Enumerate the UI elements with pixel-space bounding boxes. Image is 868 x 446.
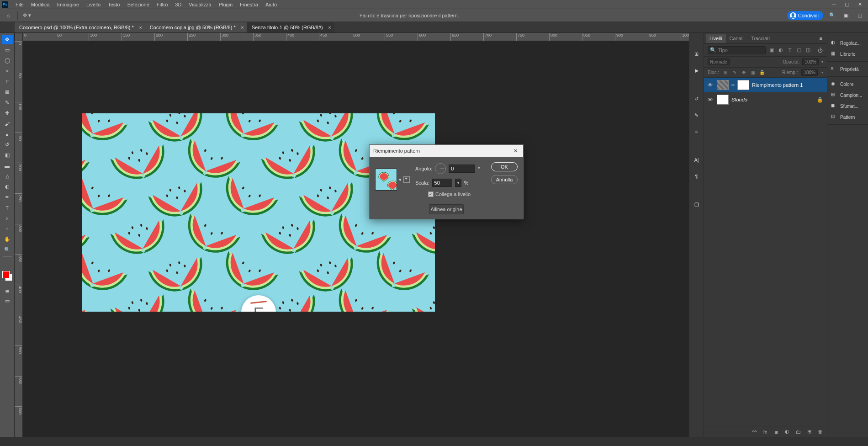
share-button[interactable]: 👤 Condividi (787, 11, 823, 20)
dodge-tool[interactable]: ◐ (2, 182, 13, 191)
tab-close-icon[interactable]: × (241, 25, 243, 30)
lock-all-icon[interactable]: 🔒 (759, 70, 765, 75)
cancel-button[interactable]: Annulla (491, 175, 518, 184)
lock-artboard-icon[interactable]: ▦ (750, 70, 756, 75)
dialog-close-button[interactable]: ✕ (511, 147, 519, 155)
filter-adjust-icon[interactable]: ◐ (778, 47, 784, 53)
collapsed-panel-propriet[interactable]: ≡Proprietà (827, 64, 868, 74)
new-layer-icon[interactable]: ⊞ (806, 429, 812, 435)
lock-paint-icon[interactable]: ✎ (732, 70, 737, 75)
eraser-tool[interactable]: ◧ (2, 150, 13, 160)
layer-row[interactable]: 👁⚯Riempimento pattern 1 (704, 78, 827, 92)
document-tab[interactable]: Cocomero copia.jpg @ 50% (RGB/8) *× (145, 22, 247, 32)
crop-tool[interactable]: ⌗ (2, 77, 13, 86)
menu-aiuto[interactable]: Aiuto (262, 1, 281, 8)
opacity-input[interactable]: 100% (802, 58, 819, 65)
filter-type-icon[interactable]: T (787, 47, 793, 53)
lock-pos-icon[interactable]: ✥ (741, 70, 746, 75)
gradient-tool[interactable]: ▬ (2, 161, 13, 170)
panel-menu-icon[interactable]: ≡ (817, 36, 825, 41)
move-tool[interactable]: ✥ (2, 35, 13, 44)
menu-livello[interactable]: Livello (83, 1, 104, 8)
lock-trans-icon[interactable]: ⊞ (723, 70, 728, 75)
heal-tool[interactable]: ✚ (2, 108, 13, 118)
home-icon[interactable]: ⌂ (4, 11, 13, 20)
quickmask-tool[interactable]: ◙ (2, 286, 13, 295)
menu-filtro[interactable]: Filtro (153, 1, 171, 8)
arrange-icon[interactable]: ◫ (855, 11, 864, 20)
fill-input[interactable]: 100% (801, 69, 818, 76)
layers-icon[interactable]: ≡ (692, 127, 702, 137)
scale-dropdown[interactable]: ▾ (455, 179, 461, 187)
link-to-layer-checkbox[interactable]: ✓ Collega a livello (428, 191, 486, 197)
char-icon[interactable]: A| (692, 155, 702, 165)
filter-shape-icon[interactable]: ▢ (796, 47, 802, 53)
hand-tool[interactable]: ✋ (2, 234, 13, 244)
search-icon[interactable]: 🔍 (828, 11, 837, 20)
workspace-icon[interactable]: ▣ (842, 11, 851, 20)
move-tool-icon[interactable]: ✥ ▾ (22, 11, 32, 20)
delete-icon[interactable]: 🗑 (817, 429, 823, 435)
ruler-vertical[interactable]: 050100150200250300350400450500550600 (15, 41, 23, 437)
tab-close-icon[interactable]: × (328, 25, 331, 30)
ok-button[interactable]: OK (491, 162, 518, 171)
collapsed-panel-pattern[interactable]: ⊡Pattern (827, 112, 868, 122)
collapsed-panel-campion[interactable]: ⊞Campion... (827, 90, 868, 101)
stamp-tool[interactable]: ▲ (2, 129, 13, 139)
zoom-tool[interactable]: 🔍 (2, 245, 13, 255)
brush-tool[interactable]: 🖌 (2, 119, 13, 128)
adjustment-icon[interactable]: ◐ (784, 429, 790, 435)
blend-mode-dropdown[interactable]: Normale (708, 58, 730, 65)
brushes-icon[interactable]: ✎ (692, 110, 702, 120)
screenmode-tool[interactable]: ▭ (2, 296, 13, 306)
menu-immagine[interactable]: Immagine (53, 1, 83, 8)
align-origin-button[interactable]: Allinea origine (429, 204, 464, 214)
eyedropper-tool[interactable]: ✎ (2, 98, 13, 107)
path-tool[interactable]: ▹ (2, 213, 13, 223)
paragraph-icon[interactable]: ¶ (692, 171, 702, 181)
filter-smart-icon[interactable]: ◫ (805, 47, 811, 53)
collapsed-panel-sfumat[interactable]: ◼Sfumat... (827, 101, 868, 112)
menu-visualizza[interactable]: Visualizza (185, 1, 215, 8)
angle-input[interactable] (449, 165, 475, 173)
color-swatches[interactable] (2, 271, 12, 281)
layer-row[interactable]: 👁Sfondo🔒 (704, 92, 827, 107)
edit-toolbar[interactable]: ⋯ (2, 259, 13, 268)
panel-tab-tracciati[interactable]: Tracciati (747, 34, 773, 43)
filter-toggle[interactable]: ⏻ (817, 47, 823, 53)
pattern-dropdown-icon[interactable]: ▾ (398, 177, 402, 183)
collapsed-panel-librerie[interactable]: ▦Librerie (827, 48, 868, 59)
dialog-titlebar[interactable]: Riempimento pattern ✕ (370, 145, 523, 157)
ruler-horizontal[interactable]: 0501001502002503003504004505005506006507… (23, 33, 689, 41)
menu-finestra[interactable]: Finestra (236, 1, 262, 8)
navigator-icon[interactable]: ⊞ (692, 49, 702, 59)
filter-image-icon[interactable]: ▣ (768, 47, 775, 53)
blur-tool[interactable]: △ (2, 171, 13, 181)
menu-selezione[interactable]: Selezione (123, 1, 153, 8)
new-preset-button[interactable] (403, 176, 410, 183)
collapsed-panel-regolaz[interactable]: ◐Regolaz... (827, 37, 868, 48)
document-tab[interactable]: Cocomero.psd @ 100% (Extra cocomero, RGB… (15, 22, 145, 32)
restore-button[interactable]: ▢ (841, 0, 853, 9)
document-tab[interactable]: Senza titolo-1 @ 50% (RGB/8#)× (247, 22, 334, 32)
group-icon[interactable]: 🗀 (795, 429, 801, 435)
history-icon[interactable]: ↺ (692, 94, 702, 104)
minimize-button[interactable]: ─ (828, 0, 841, 9)
menu-file[interactable]: File (12, 1, 27, 8)
mask-icon[interactable]: ◙ (773, 429, 779, 435)
3d-icon[interactable]: ❒ (692, 200, 702, 210)
angle-dial[interactable] (435, 163, 446, 174)
actions-icon[interactable]: ▶ (692, 65, 702, 75)
frame-tool[interactable]: ⊠ (2, 87, 13, 97)
panel-tab-livelli[interactable]: Livelli (706, 34, 726, 43)
menu-plugin[interactable]: Plugin (215, 1, 237, 8)
menu-modifica[interactable]: Modifica (27, 1, 53, 8)
visibility-icon[interactable]: 👁 (708, 97, 714, 102)
tab-close-icon[interactable]: × (139, 25, 142, 30)
pattern-preview[interactable] (375, 169, 397, 191)
marquee-tool[interactable]: ▭ (2, 45, 13, 55)
panel-expand-icon[interactable]: ⋯ (692, 37, 701, 42)
wand-tool[interactable]: ✧ (2, 66, 13, 76)
menu-testo[interactable]: Testo (104, 1, 123, 8)
shape-tool[interactable]: ○ (2, 224, 13, 234)
